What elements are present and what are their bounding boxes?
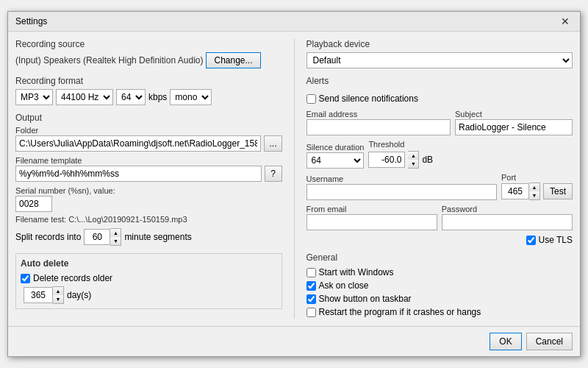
password-field: Password — [442, 205, 573, 230]
days-spinner-buttons: ▲ ▼ — [53, 286, 64, 304]
ok-button[interactable]: OK — [490, 333, 521, 350]
settings-dialog: Settings ✕ Recording source (Input) Spea… — [7, 11, 581, 357]
delete-row: Delete records older — [21, 273, 277, 283]
playback-select[interactable]: Default — [306, 52, 573, 68]
ask-close-checkbox[interactable] — [306, 281, 316, 291]
start-windows-checkbox[interactable] — [306, 268, 316, 277]
restart-row: Restart the program if it crashes or han… — [306, 307, 573, 317]
split-input[interactable] — [84, 229, 110, 245]
filename-template-input[interactable] — [15, 166, 262, 182]
filename-section: Filename template ? — [15, 156, 282, 182]
email-row: Email address Subject — [306, 110, 573, 135]
split-label: Split records into — [15, 232, 81, 242]
title-bar: Settings ✕ — [8, 12, 580, 32]
days-down-button[interactable]: ▼ — [53, 295, 63, 303]
from-email-input[interactable] — [306, 214, 437, 230]
auto-delete-section: Auto delete Delete records older ▲ ▼ day… — [15, 253, 282, 309]
change-button[interactable]: Change... — [206, 52, 260, 68]
restart-checkbox[interactable] — [306, 308, 316, 317]
silence-duration-label: Silence duration — [306, 143, 365, 152]
split-spinner: ▲ ▼ — [84, 228, 121, 246]
channel-select[interactable]: mono — [170, 89, 212, 105]
days-up-button[interactable]: ▲ — [53, 287, 63, 295]
email-address-input[interactable] — [306, 119, 451, 135]
days-input[interactable] — [24, 287, 53, 303]
recording-source-section: Recording source (Input) Speakers (Realt… — [15, 39, 282, 68]
port-field: Port ▲ ▼ Test — [501, 173, 573, 200]
show-button-checkbox[interactable] — [306, 294, 316, 304]
alerts-label: Alerts — [306, 76, 573, 86]
general-section: General Start with Windows Ask on close … — [306, 252, 573, 319]
cancel-button[interactable]: Cancel — [526, 333, 573, 350]
show-button-label: Show button on taskbar — [319, 294, 412, 304]
port-spinner: ▲ ▼ — [501, 183, 540, 200]
panel-divider — [294, 39, 295, 319]
recording-source-value: (Input) Speakers (Realtek High Definitio… — [15, 55, 203, 66]
send-silence-label: Send silence notifications — [319, 93, 418, 104]
format-row: MP3 44100 Hz 64 kbps mono — [15, 89, 282, 105]
output-label: Output — [15, 113, 282, 123]
general-label: General — [306, 252, 573, 263]
recording-source-label: Recording source — [15, 39, 282, 49]
kbps-label: kbps — [148, 92, 167, 102]
port-down-button[interactable]: ▼ — [529, 191, 539, 199]
split-row: Split records into ▲ ▼ minute segments — [15, 228, 282, 246]
port-input[interactable] — [501, 183, 529, 199]
browse-button[interactable]: ... — [264, 135, 282, 152]
silence-duration-field: Silence duration 64 — [306, 143, 365, 169]
username-field: Username — [306, 174, 497, 200]
split-spinner-buttons: ▲ ▼ — [110, 228, 121, 246]
threshold-down-button[interactable]: ▼ — [408, 160, 418, 168]
send-silence-checkbox[interactable] — [306, 94, 316, 104]
folder-label: Folder — [15, 126, 282, 135]
tls-row: Use TLS — [306, 235, 573, 245]
days-unit: day(s) — [67, 290, 91, 300]
playback-section: Playback device Default — [306, 39, 573, 68]
use-tls-label: Use TLS — [539, 235, 573, 245]
send-silence-row: Send silence notifications — [306, 93, 573, 104]
threshold-unit: dB — [422, 155, 433, 165]
username-input[interactable] — [306, 184, 497, 200]
split-up-button[interactable]: ▲ — [110, 229, 121, 237]
bitrate-select[interactable]: 64 — [116, 89, 146, 105]
left-panel: Recording source (Input) Speakers (Realt… — [15, 39, 282, 319]
close-button[interactable]: ✕ — [558, 16, 573, 26]
password-label: Password — [442, 205, 573, 213]
filename-template-row: ? — [15, 166, 282, 182]
auto-delete-title: Auto delete — [21, 258, 277, 269]
split-unit: minute segments — [124, 232, 191, 242]
playback-label: Playback device — [306, 39, 573, 49]
test-button[interactable]: Test — [543, 183, 573, 199]
ask-close-label: Ask on close — [319, 280, 369, 291]
restart-label: Restart the program if it crashes or han… — [319, 307, 481, 317]
show-button-row: Show button on taskbar — [306, 294, 573, 304]
port-up-button[interactable]: ▲ — [529, 183, 539, 191]
from-email-field: From email — [306, 205, 437, 230]
folder-row: ... — [15, 135, 282, 152]
subject-input[interactable] — [455, 119, 573, 135]
folder-input[interactable] — [15, 135, 261, 152]
password-input[interactable] — [442, 214, 573, 230]
split-down-button[interactable]: ▼ — [110, 237, 121, 245]
dialog-body: Recording source (Input) Speakers (Realt… — [8, 32, 580, 326]
email-address-field: Email address — [306, 110, 451, 135]
bottom-bar: OK Cancel — [8, 326, 580, 356]
auto-delete-checkbox[interactable] — [21, 274, 30, 283]
from-email-label: From email — [306, 205, 437, 213]
help-button[interactable]: ? — [265, 166, 282, 182]
format-select[interactable]: MP3 — [15, 89, 53, 105]
start-windows-row: Start with Windows — [306, 267, 573, 277]
use-tls-checkbox[interactable] — [526, 236, 536, 245]
rate-select[interactable]: 44100 Hz — [56, 89, 113, 105]
days-spinner: ▲ ▼ — [24, 286, 64, 304]
playback-row: Default — [306, 52, 573, 68]
threshold-label: Threshold — [368, 140, 433, 149]
subject-field: Subject — [455, 110, 573, 135]
threshold-input[interactable] — [368, 152, 405, 168]
serial-input[interactable] — [15, 196, 52, 212]
port-label: Port — [501, 173, 573, 182]
threshold-up-button[interactable]: ▲ — [408, 152, 418, 160]
filename-test: Filename test: C:\...\Log\20190921-15015… — [15, 215, 282, 224]
silence-duration-select[interactable]: 64 — [306, 152, 365, 169]
port-row: ▲ ▼ Test — [501, 183, 573, 200]
